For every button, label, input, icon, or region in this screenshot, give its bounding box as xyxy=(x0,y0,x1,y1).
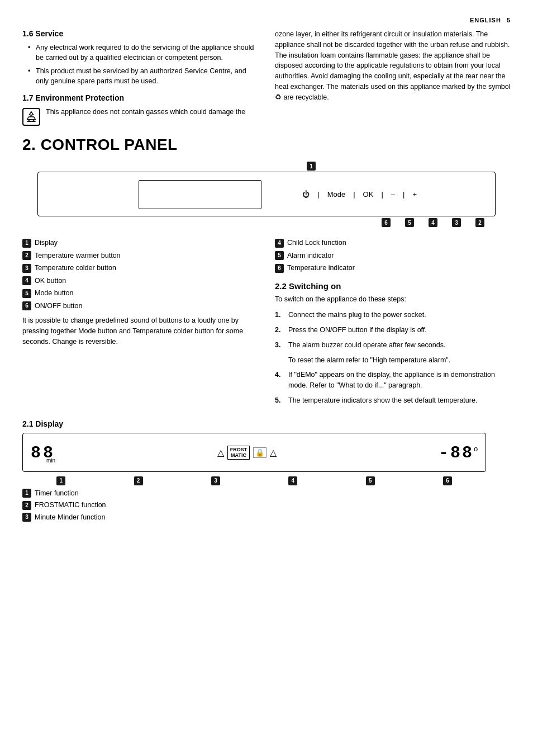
display-labels: 1 Timer function 2 FROSTMATIC function 3… xyxy=(22,489,511,523)
middle-icons: △ FROSTMATIC 🔒 △ xyxy=(217,446,277,460)
frostmatic-label: FROSTMATIC xyxy=(227,446,250,460)
panel-label-5: 5 Mode button xyxy=(22,289,258,299)
switching-intro: To switch on the appliance do these step… xyxy=(275,294,511,305)
panel-labels-section: 1 Display 2 Temperature warmer button 3 … xyxy=(22,238,511,410)
alarm-icon: △ xyxy=(270,447,277,458)
disp-badge-3: 3 xyxy=(211,476,220,485)
disp-badge-6: 6 xyxy=(443,476,452,485)
ok-button-label[interactable]: OK xyxy=(363,190,374,199)
step-2: 2. Press the ON/OFF button if the displa… xyxy=(275,325,511,336)
step-3-sub: To reset the alarm refer to "High temper… xyxy=(288,355,511,366)
badge-2: 2 xyxy=(475,218,484,227)
left-column: 1.6 Service Any electrical work required… xyxy=(22,29,258,130)
disp-badge-4: 4 xyxy=(288,476,297,485)
language-label: ENGLISH xyxy=(470,17,501,23)
panel-labels-right: 4 Child Lock function 5 Alarm indicator … xyxy=(275,238,511,410)
display-label-2: 2 FROSTMATIC function xyxy=(22,500,511,511)
section-2-title: 2. CONTROL PANEL xyxy=(22,136,511,154)
right-seg-display: -88 xyxy=(439,443,474,462)
display-label-3: 3 Minute Minder function xyxy=(22,513,511,523)
power-button-label[interactable]: ⏻ xyxy=(302,190,310,199)
disp-badge-1: 1 xyxy=(56,476,65,485)
badge-4: 4 xyxy=(429,218,437,227)
plus-button-label[interactable]: + xyxy=(412,190,417,199)
step-4: 4. If "dEMo" appears on the display, the… xyxy=(275,370,511,391)
panel-label-1: 1 Display xyxy=(22,238,258,248)
section-2-2: 2.2 Switching on To switch on the applia… xyxy=(275,281,511,406)
degree-symbol: o xyxy=(474,445,478,453)
badge-5: 5 xyxy=(405,218,414,227)
step-1: 1. Connect the mains plug to the power s… xyxy=(275,310,511,320)
right-text-block: ozone layer, in either its refrigerant c… xyxy=(275,29,511,102)
section-2-1-heading: 2.1 Display xyxy=(22,419,511,428)
display-diagram: 88 min △ FROSTMATIC 🔒 △ -88 o xyxy=(22,433,486,472)
service-bullet-1: Any electrical work required to do the s… xyxy=(28,42,258,63)
panel-paragraph: It is possible to change predefined soun… xyxy=(22,315,258,347)
badge-3: 3 xyxy=(452,218,461,227)
right-display: -88 o xyxy=(439,443,478,462)
step-5: 5. The temperature indicators show the s… xyxy=(275,395,511,406)
section-2-2-heading: 2.2 Switching on xyxy=(275,281,511,291)
page-header: ENGLISH 5 xyxy=(22,17,511,23)
panel-label-4: 4 OK button xyxy=(22,276,258,286)
panel-label-2: 2 Temperature warmer button xyxy=(22,251,258,261)
section-1-7-heading: 1.7 Environment Protection xyxy=(22,93,258,102)
mode-button-label[interactable]: Mode xyxy=(327,190,346,199)
service-bullets: Any electrical work required to do the s… xyxy=(22,42,258,87)
badge-1: 1 xyxy=(307,162,316,171)
section-1-6-heading: 1.6 Service xyxy=(22,29,258,38)
panel-label-6: 6 ON/OFF button xyxy=(22,301,258,311)
page-number: 5 xyxy=(507,17,511,23)
panel-right-label-6: 6 Temperature indicator xyxy=(275,263,511,273)
panel-display-box xyxy=(139,180,261,209)
display-label-1: 1 Timer function xyxy=(22,489,511,499)
disp-badge-2: 2 xyxy=(134,476,143,485)
switching-steps-cont: 4. If "dEMo" appears on the display, the… xyxy=(275,370,511,405)
min-label: min xyxy=(46,457,55,464)
lock-icon: 🔒 xyxy=(253,447,266,458)
env-box: This appliance does not contain gasses w… xyxy=(22,107,258,126)
section-2-1: 2.1 Display 88 min △ FROSTMATIC 🔒 △ xyxy=(22,419,511,525)
panel-box: ⏻ | Mode | OK | – | + xyxy=(37,172,496,216)
service-bullet-2: This product must be serviced by an auth… xyxy=(28,66,258,86)
control-panel-diagram: 1 ⏻ | Mode | OK | – | + xyxy=(22,162,511,228)
panel-right-label-4: 4 Child Lock function xyxy=(275,238,511,248)
panel-buttons-row: ⏻ | Mode | OK | – | + xyxy=(302,172,417,216)
left-display: 88 min xyxy=(31,443,55,462)
panel-right-label-5: 5 Alarm indicator xyxy=(275,251,511,261)
env-text: This appliance does not contain gasses w… xyxy=(46,107,245,117)
panel-labels-left: 1 Display 2 Temperature warmer button 3 … xyxy=(22,238,258,410)
disp-badge-5: 5 xyxy=(366,476,375,485)
badge-6: 6 xyxy=(382,218,391,227)
recycle-icon xyxy=(22,108,40,126)
panel-label-3: 3 Temperature colder button xyxy=(22,263,258,273)
alarm-triangle-icon: △ xyxy=(217,447,224,458)
switching-steps: 1. Connect the mains plug to the power s… xyxy=(275,310,511,350)
minus-button-label[interactable]: – xyxy=(391,190,395,199)
step-3: 3. The alarm buzzer could operate after … xyxy=(275,340,511,351)
right-column: ozone layer, in either its refrigerant c… xyxy=(275,29,511,130)
display-numbers-row: 1 2 3 4 5 6 xyxy=(22,476,486,485)
